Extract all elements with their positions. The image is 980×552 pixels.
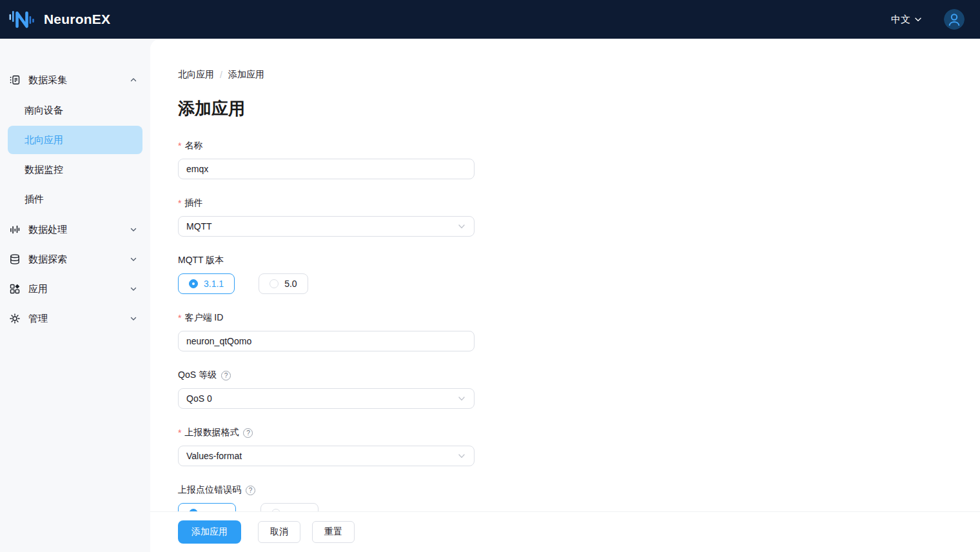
chevron-down-icon [457,451,466,460]
breadcrumb: 北向应用 / 添加应用 [178,70,980,80]
client-id-input[interactable] [178,331,475,351]
field-upload-format: * 上报数据格式 ? Values-format [178,426,475,466]
field-client-id: * 客户端 ID [178,311,475,351]
sidebar-item-northbound-apps[interactable]: 北向应用 [8,126,142,154]
upload-format-select[interactable]: Values-format [178,446,475,466]
sidebar-item-label: 应用 [28,283,48,295]
qos-select[interactable]: QoS 0 [178,388,475,409]
cancel-button[interactable]: 取消 [258,521,300,543]
sidebar-item-label: 数据处理 [28,224,67,236]
chevron-down-icon [457,222,466,231]
mqtt-version-radio-group: 3.1.1 5.0 [178,273,475,294]
help-icon[interactable]: ? [243,428,253,438]
radio-label: 5.0 [284,279,297,289]
field-label: * 上报数据格式 ? [178,426,475,439]
field-label-text: 客户端 ID [184,312,223,324]
field-label: * 名称 [178,139,475,152]
select-value: MQTT [186,221,212,232]
language-selector[interactable]: 中文 [891,14,922,26]
database-icon [9,253,21,265]
field-mqtt-version: MQTT 版本 3.1.1 5.0 [178,254,475,294]
apps-grid-icon [9,283,21,295]
main-panel: 北向应用 / 添加应用 添加应用 * 名称 * 插件 MQ [150,39,980,552]
navbar-right: 中文 [891,9,965,30]
top-navbar: NeuronEX 中文 [0,0,980,39]
breadcrumb-northbound-apps[interactable]: 北向应用 [178,69,214,81]
field-label: * 插件 [178,197,475,210]
radio-mqtt-v50[interactable]: 5.0 [259,273,308,294]
language-label: 中文 [891,14,910,26]
sidebar-item-plugins[interactable]: 插件 [8,185,142,213]
form-footer: 添加应用 取消 重置 [150,511,980,552]
required-asterisk: * [178,141,181,151]
field-name: * 名称 [178,139,475,179]
data-processing-icon [9,224,21,235]
select-value: Values-format [186,451,242,461]
chevron-down-icon [914,15,922,23]
sidebar-item-southbound-devices[interactable]: 南向设备 [8,96,142,124]
settings-gear-icon [9,313,21,324]
radio-mqtt-v311[interactable]: 3.1.1 [178,273,235,294]
required-asterisk: * [178,198,181,208]
submit-add-app-button[interactable]: 添加应用 [178,520,241,544]
radio-selected-icon [189,279,198,288]
brand-name: NeuronEX [44,12,110,27]
field-label-text: 上报数据格式 [184,427,239,439]
radio-label: 3.1.1 [204,279,224,289]
radio-unselected-icon [270,279,279,288]
chevron-down-icon [130,315,137,322]
user-avatar[interactable] [944,9,965,30]
sidebar-item-data-processing[interactable]: 数据处理 [8,215,142,244]
field-label-text: MQTT 版本 [178,255,224,266]
name-input[interactable] [178,159,475,179]
field-qos-level: QoS 等级 ? QoS 0 [178,369,475,409]
sidebar-item-label: 数据探索 [28,253,67,266]
breadcrumb-add-app: 添加应用 [228,69,264,81]
required-asterisk: * [178,313,181,323]
page-title: 添加应用 [178,97,980,120]
breadcrumb-separator: / [220,70,222,80]
field-label: MQTT 版本 [178,254,475,267]
field-label-text: 名称 [184,140,202,152]
field-label: 上报点位错误码 ? [178,484,475,497]
field-label: QoS 等级 ? [178,369,475,382]
reset-button[interactable]: 重置 [312,521,355,543]
sidebar-subitem-label: 北向应用 [24,134,63,146]
field-label-text: 上报点位错误码 [178,484,241,496]
neuronex-logo-icon [9,8,37,31]
help-icon[interactable]: ? [221,371,231,380]
chevron-down-icon [130,255,137,263]
chevron-down-icon [130,226,137,233]
field-label-text: QoS 等级 [178,370,217,381]
sidebar-subitem-label: 南向设备 [24,104,63,117]
field-label: * 客户端 ID [178,311,475,324]
select-value: QoS 0 [186,393,212,404]
chevron-down-icon [457,394,466,403]
sidebar-item-data-collection[interactable]: 数据采集 [8,65,142,95]
plugin-select[interactable]: MQTT [178,216,475,237]
sidebar-item-label: 数据采集 [28,74,67,86]
brand: NeuronEX [9,8,110,31]
field-plugin: * 插件 MQTT [178,197,475,237]
sidebar-item-management[interactable]: 管理 [8,304,142,333]
sidebar-item-data-monitoring[interactable]: 数据监控 [8,155,142,184]
sidebar-item-data-exploration[interactable]: 数据探索 [8,244,142,274]
field-label-text: 插件 [184,197,202,209]
sidebar-subitem-label: 数据监控 [24,164,63,176]
data-collection-icon [9,74,21,86]
chevron-down-icon [130,285,137,293]
sidebar: 数据采集 南向设备 北向应用 数据监控 插件 数据处理 [0,39,150,552]
chevron-up-icon [130,76,137,84]
sidebar-item-label: 管理 [28,313,48,325]
sidebar-item-applications[interactable]: 应用 [8,274,142,304]
help-icon[interactable]: ? [246,486,255,495]
sidebar-subitem-label: 插件 [24,193,44,206]
required-asterisk: * [178,428,181,438]
